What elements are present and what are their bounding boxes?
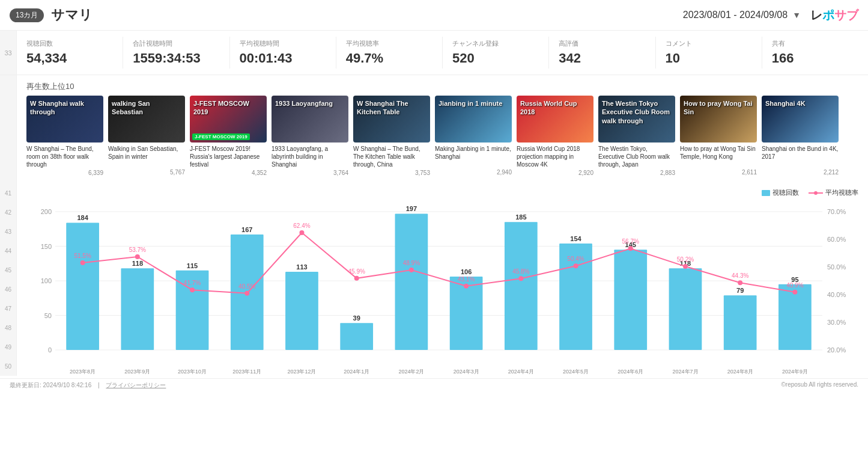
video-thumb-0: W Shanghai walk through bbox=[26, 96, 103, 143]
svg-text:197: 197 bbox=[406, 205, 417, 212]
svg-rect-20 bbox=[121, 268, 154, 350]
videos-container: W Shanghai walk throughW Shanghai – The … bbox=[17, 96, 868, 183]
x-label-3: 2023年11月 bbox=[220, 368, 275, 376]
video-item-3[interactable]: 1933 Laoyangfang1933 Laoyangfang, a laby… bbox=[272, 96, 348, 176]
svg-text:50.4%: 50.4% bbox=[567, 256, 584, 262]
svg-point-1 bbox=[814, 191, 818, 195]
video-title-2: J-FEST Moscow 2019! Russia's largest Jap… bbox=[190, 145, 267, 168]
date-dropdown-icon[interactable]: ▼ bbox=[792, 10, 801, 20]
chart-container: 05010015020020.0%30.0%40.0%50.0%60.0%70.… bbox=[26, 200, 858, 368]
x-label-11: 2024年7月 bbox=[658, 368, 712, 376]
metric-item-4: チャンネル登録 520 bbox=[443, 37, 549, 69]
x-label-2: 2023年10月 bbox=[165, 368, 219, 376]
metric-item-0: 視聴回数 54,334 bbox=[17, 37, 123, 69]
svg-text:39: 39 bbox=[353, 314, 360, 322]
metric-label-3: 平均視聴率 bbox=[346, 39, 432, 48]
svg-text:45.9%: 45.9% bbox=[348, 268, 365, 275]
video-item-8[interactable]: How to pray Wong Tai SinHow to pray at W… bbox=[680, 96, 757, 176]
video-item-1[interactable]: walking San SebastianWalking in San Seba… bbox=[108, 96, 185, 176]
x-label-4: 2023年12月 bbox=[275, 368, 329, 376]
x-label-1: 2023年9月 bbox=[110, 368, 165, 376]
video-title-7: The Westin Tokyo, Executive Club Room wa… bbox=[598, 145, 675, 168]
svg-text:43.1%: 43.1% bbox=[458, 276, 475, 283]
metric-item-1: 合計視聴時間 1559:34:53 bbox=[123, 37, 229, 69]
svg-text:30.0%: 30.0% bbox=[827, 319, 846, 326]
date-range: 2023/08/01 - 2024/09/08 bbox=[683, 10, 788, 20]
video-item-9[interactable]: Shanghai 4KShanghai on the Bund in 4K, 2… bbox=[762, 96, 839, 176]
svg-text:20.0%: 20.0% bbox=[827, 346, 846, 354]
svg-point-72 bbox=[792, 290, 797, 295]
x-label-7: 2024年3月 bbox=[439, 368, 494, 376]
svg-text:60.0%: 60.0% bbox=[827, 236, 846, 243]
video-item-2[interactable]: J-FEST MOSCOW 2019J-FEST MOSCOW 2019J-FE… bbox=[190, 96, 267, 176]
video-thumb-8: How to pray Wong Tai Sin bbox=[680, 96, 757, 143]
metrics-row: 視聴回数 54,334合計視聴時間 1559:34:53平均視聴時間 00:01… bbox=[17, 31, 868, 75]
metric-item-6: コメント 10 bbox=[656, 37, 762, 69]
svg-rect-18 bbox=[66, 222, 99, 350]
svg-point-60 bbox=[464, 284, 469, 289]
video-title-1: Walking in San Sebastian, Spain in winte… bbox=[108, 145, 185, 168]
video-title-6: Russia World Cup 2018 projection mapping… bbox=[517, 145, 593, 168]
video-title-9: Shanghai on the Bund in 4K, 2017 bbox=[762, 145, 839, 168]
video-thumb-6: Russia World Cup 2018 bbox=[517, 96, 593, 143]
metric-item-7: 共有 166 bbox=[762, 37, 868, 69]
svg-text:48.9%: 48.9% bbox=[403, 260, 420, 266]
metric-label-6: コメント bbox=[666, 39, 752, 48]
svg-rect-30 bbox=[395, 213, 428, 350]
x-label-5: 2024年1月 bbox=[329, 368, 384, 376]
video-title-0: W Shanghai – The Bund, room on 38th floo… bbox=[26, 145, 103, 168]
svg-point-48 bbox=[135, 254, 140, 259]
x-label-8: 2024年4月 bbox=[494, 368, 548, 376]
svg-text:44.3%: 44.3% bbox=[732, 272, 748, 279]
svg-text:79: 79 bbox=[736, 287, 744, 294]
svg-point-64 bbox=[574, 263, 578, 268]
svg-point-56 bbox=[354, 276, 359, 281]
video-title-4: W Shanghai – The Bund, The Kitchen Table… bbox=[353, 145, 430, 168]
x-label-13: 2024年9月 bbox=[768, 368, 822, 376]
video-item-4[interactable]: W Shanghai The Kitchen TableW Shanghai –… bbox=[353, 96, 430, 176]
svg-text:56.7%: 56.7% bbox=[622, 238, 639, 245]
legend-bar-item: 視聴回数 bbox=[762, 188, 799, 197]
video-item-0[interactable]: W Shanghai walk throughW Shanghai – The … bbox=[26, 96, 103, 176]
metric-value-1: 1559:34:53 bbox=[133, 51, 219, 66]
video-item-7[interactable]: The Westin Tokyo Executive Club Room wal… bbox=[598, 96, 675, 176]
svg-text:41.7%: 41.7% bbox=[184, 280, 201, 286]
svg-point-50 bbox=[190, 287, 195, 292]
svg-text:40.0%: 40.0% bbox=[827, 291, 846, 298]
svg-point-70 bbox=[738, 280, 742, 285]
video-thumb-1: walking San Sebastian bbox=[108, 96, 185, 143]
video-count-0: 6,339 bbox=[26, 170, 103, 176]
video-title-3: 1933 Laoyangfang, a labyrinth building i… bbox=[272, 145, 348, 168]
metric-label-4: チャンネル登録 bbox=[452, 39, 539, 48]
privacy-link[interactable]: プライバシーポリシー bbox=[106, 382, 166, 388]
metric-label-1: 合計視聴時間 bbox=[133, 39, 219, 48]
section-title: 再生数上位10 bbox=[17, 75, 83, 96]
svg-point-46 bbox=[80, 260, 85, 265]
svg-text:50: 50 bbox=[44, 312, 52, 319]
svg-text:62.4%: 62.4% bbox=[293, 222, 310, 229]
last-updated: 最終更新日: 2024/9/10 8:42:16 bbox=[10, 382, 91, 388]
video-thumb-5: Jianbing in 1 minute bbox=[435, 96, 512, 143]
metric-value-5: 342 bbox=[559, 51, 645, 66]
svg-point-68 bbox=[683, 264, 688, 269]
chart-legend: 視聴回数 平均視聴率 bbox=[26, 188, 858, 197]
video-count-7: 2,883 bbox=[598, 170, 675, 176]
video-count-5: 2,940 bbox=[435, 169, 512, 176]
month-badge: 13カ月 bbox=[10, 8, 44, 22]
metric-value-3: 49.7% bbox=[346, 51, 432, 66]
metric-label-5: 高評価 bbox=[559, 39, 645, 48]
svg-point-54 bbox=[299, 230, 304, 235]
svg-text:40.5%: 40.5% bbox=[238, 283, 255, 290]
video-title-8: How to pray at Wong Tai Sin Temple, Hong… bbox=[680, 145, 757, 168]
svg-text:0: 0 bbox=[48, 346, 52, 354]
metric-value-2: 00:01:43 bbox=[240, 51, 326, 66]
video-thumb-3: 1933 Laoyangfang bbox=[272, 96, 348, 143]
video-item-6[interactable]: Russia World Cup 2018Russia World Cup 20… bbox=[517, 96, 593, 176]
svg-rect-38 bbox=[614, 250, 647, 350]
svg-text:53.7%: 53.7% bbox=[129, 247, 146, 253]
video-thumb-4: W Shanghai The Kitchen Table bbox=[353, 96, 430, 143]
video-count-9: 2,212 bbox=[762, 169, 839, 176]
metric-value-0: 54,334 bbox=[26, 51, 113, 66]
video-item-5[interactable]: Jianbing in 1 minuteMaking Jianbing in 1… bbox=[435, 96, 512, 176]
metric-value-7: 166 bbox=[772, 51, 858, 66]
